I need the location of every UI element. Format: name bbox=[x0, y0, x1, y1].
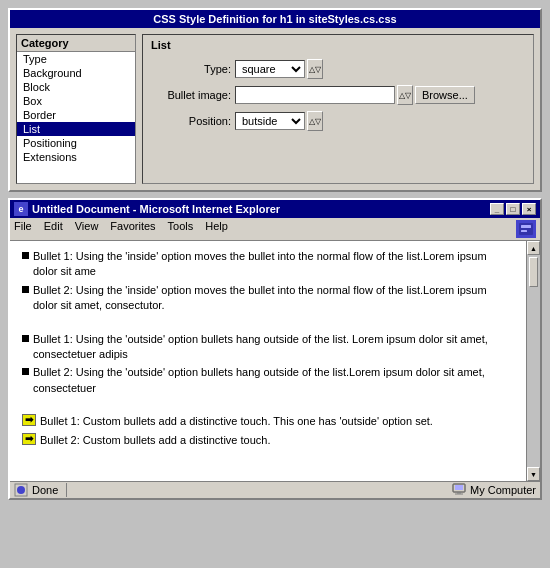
svg-rect-7 bbox=[457, 492, 461, 494]
section-divider-2 bbox=[22, 406, 514, 414]
bullet-image-control: △▽ Browse... bbox=[235, 85, 475, 105]
type-control: square disc circle none △▽ bbox=[235, 59, 323, 79]
ie-window-title: Untitled Document - Microsoft Internet E… bbox=[32, 203, 280, 215]
category-panel: Category Type Background Block Box Borde… bbox=[16, 34, 136, 184]
bullet-square-icon bbox=[22, 335, 29, 342]
menu-view[interactable]: View bbox=[75, 220, 99, 238]
inside-bullet-1: Bullet 1: Using the 'inside' option move… bbox=[22, 249, 514, 280]
scroll-down-button[interactable]: ▼ bbox=[527, 467, 540, 481]
menu-file[interactable]: File bbox=[14, 220, 32, 238]
svg-rect-8 bbox=[455, 494, 463, 495]
scrollbar-track[interactable] bbox=[527, 255, 540, 467]
bullet-image-row: Bullet image: △▽ Browse... bbox=[151, 85, 525, 105]
category-header: Category bbox=[17, 35, 135, 52]
svg-rect-2 bbox=[521, 230, 527, 232]
type-label: Type: bbox=[151, 63, 231, 75]
arrow-bullet-2: ➡ Bullet 2: Custom bullets add a distinc… bbox=[22, 433, 514, 448]
bullet-image-label: Bullet image: bbox=[151, 89, 231, 101]
bullet-image-input[interactable] bbox=[235, 86, 395, 104]
scroll-up-button[interactable]: ▲ bbox=[527, 241, 540, 255]
outside-bullet-2-text: Bullet 2: Using the 'outside' option bul… bbox=[33, 365, 514, 396]
position-spinner[interactable]: △▽ bbox=[307, 111, 323, 131]
outside-bullet-2: Bullet 2: Using the 'outside' option bul… bbox=[22, 365, 514, 396]
bullet-square-icon bbox=[22, 286, 29, 293]
status-page-icon bbox=[14, 483, 28, 497]
inside-bullets-section: Bullet 1: Using the 'inside' option move… bbox=[22, 249, 514, 314]
svg-rect-0 bbox=[519, 223, 533, 235]
bullet-square-icon bbox=[22, 368, 29, 375]
inside-bullet-2: Bullet 2: Using the 'inside' option move… bbox=[22, 283, 514, 314]
svg-rect-6 bbox=[455, 485, 463, 490]
menu-favorites[interactable]: Favorites bbox=[110, 220, 155, 238]
type-spinner[interactable]: △▽ bbox=[307, 59, 323, 79]
ie-title-bar: e Untitled Document - Microsoft Internet… bbox=[10, 200, 540, 218]
ie-status-bar: Done My Computer bbox=[10, 481, 540, 498]
close-button[interactable]: × bbox=[522, 203, 536, 215]
minimize-button[interactable]: _ bbox=[490, 203, 504, 215]
bullet-2-text: Bullet 2: Using the 'inside' option move… bbox=[33, 283, 514, 314]
outside-bullet-1-text: Bullet 1: Using the 'outside' option bul… bbox=[33, 332, 514, 363]
menu-help[interactable]: Help bbox=[205, 220, 228, 238]
position-row: Position: butside inside outside △▽ bbox=[151, 111, 525, 131]
ie-menu-bar: File Edit View Favorites Tools Help bbox=[10, 218, 540, 241]
list-panel: List Type: square disc circle none △▽ Bu… bbox=[142, 34, 534, 184]
bullet-1-text: Bullet 1: Using the 'inside' option move… bbox=[33, 249, 514, 280]
svg-rect-1 bbox=[521, 225, 531, 228]
ie-title-left: e Untitled Document - Microsoft Internet… bbox=[14, 202, 280, 216]
status-right: My Computer bbox=[452, 483, 536, 497]
ie-toolbar-icon bbox=[516, 220, 536, 238]
category-background[interactable]: Background bbox=[17, 66, 135, 80]
section-divider-1 bbox=[22, 324, 514, 332]
arrow-bullet-1-text: Bullet 1: Custom bullets add a distincti… bbox=[40, 414, 433, 429]
type-select[interactable]: square disc circle none bbox=[235, 60, 305, 78]
dialog-title: CSS Style Definition for h1 in siteStyle… bbox=[10, 10, 540, 28]
position-select[interactable]: butside inside outside bbox=[235, 112, 305, 130]
category-type[interactable]: Type bbox=[17, 52, 135, 66]
status-right-text: My Computer bbox=[470, 484, 536, 496]
outside-bullets-section: Bullet 1: Using the 'outside' option bul… bbox=[22, 332, 514, 397]
css-style-dialog: CSS Style Definition for h1 in siteStyle… bbox=[8, 8, 542, 192]
menu-tools[interactable]: Tools bbox=[168, 220, 194, 238]
ie-content-area: Bullet 1: Using the 'inside' option move… bbox=[10, 241, 540, 481]
position-label: Position: bbox=[151, 115, 231, 127]
arrow-bullet-icon: ➡ bbox=[22, 433, 36, 445]
status-text: Done bbox=[32, 484, 58, 496]
category-box[interactable]: Box bbox=[17, 94, 135, 108]
category-positioning[interactable]: Positioning bbox=[17, 136, 135, 150]
position-control: butside inside outside △▽ bbox=[235, 111, 323, 131]
bullet-square-icon bbox=[22, 252, 29, 259]
type-row: Type: square disc circle none △▽ bbox=[151, 59, 525, 79]
arrow-bullet-icon: ➡ bbox=[22, 414, 36, 426]
maximize-button[interactable]: □ bbox=[506, 203, 520, 215]
category-extensions[interactable]: Extensions bbox=[17, 150, 135, 164]
ie-browser-icon: e bbox=[14, 202, 28, 216]
ie-window-controls: _ □ × bbox=[490, 203, 536, 215]
svg-point-4 bbox=[17, 486, 25, 494]
category-border[interactable]: Border bbox=[17, 108, 135, 122]
ie-scrollbar: ▲ ▼ bbox=[526, 241, 540, 481]
list-header: List bbox=[151, 39, 525, 51]
browse-button[interactable]: Browse... bbox=[415, 86, 475, 104]
category-block[interactable]: Block bbox=[17, 80, 135, 94]
scrollbar-thumb[interactable] bbox=[529, 257, 538, 287]
status-divider bbox=[66, 483, 67, 497]
menu-edit[interactable]: Edit bbox=[44, 220, 63, 238]
arrow-bullet-2-text: Bullet 2: Custom bullets add a distincti… bbox=[40, 433, 271, 448]
ie-window: e Untitled Document - Microsoft Internet… bbox=[8, 198, 542, 500]
arrow-bullets-section: ➡ Bullet 1: Custom bullets add a distinc… bbox=[22, 414, 514, 448]
outside-bullet-1: Bullet 1: Using the 'outside' option bul… bbox=[22, 332, 514, 363]
ie-content: Bullet 1: Using the 'inside' option move… bbox=[10, 241, 526, 481]
arrow-bullet-1: ➡ Bullet 1: Custom bullets add a distinc… bbox=[22, 414, 514, 429]
bullet-image-spinner[interactable]: △▽ bbox=[397, 85, 413, 105]
my-computer-icon bbox=[452, 483, 466, 497]
category-list[interactable]: List bbox=[17, 122, 135, 136]
